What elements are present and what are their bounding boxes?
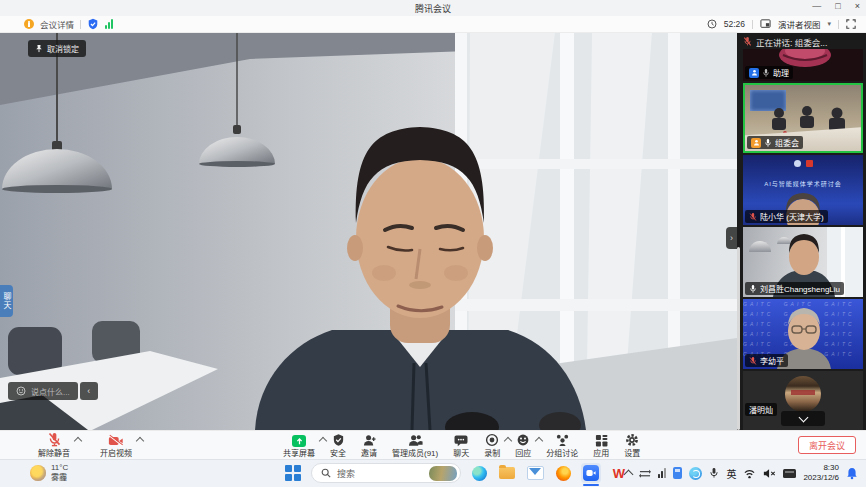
quick-chat-bar[interactable]: 说点什么... ‹ — [8, 382, 98, 400]
sidebar-collapse-handle[interactable]: › — [726, 227, 737, 249]
apps-label: 应用 — [593, 447, 609, 458]
now-speaking-label: 正在讲话: 组委会... — [756, 36, 827, 48]
edge-icon — [472, 466, 487, 481]
breakout-rooms-button[interactable]: 分组讨论 — [546, 433, 578, 458]
timer-clock-icon — [707, 19, 717, 29]
security-button[interactable]: 安全 — [330, 433, 346, 458]
search-icon — [321, 468, 331, 478]
scroll-more-participants-button[interactable] — [781, 411, 825, 426]
participant-tile[interactable]: 刘昌胜ChangshengLiu — [743, 227, 863, 297]
taskbar-search-input[interactable]: 搜索 — [311, 463, 461, 483]
mic-muted-icon — [749, 212, 757, 222]
emoji-smile-icon[interactable] — [16, 386, 26, 396]
unpin-button[interactable]: 取消锁定 — [28, 40, 86, 57]
participant-tile[interactable]: 助理 — [743, 49, 863, 81]
apps-button[interactable]: 应用 — [593, 433, 609, 458]
weather-haze-icon — [30, 465, 46, 481]
meeting-details-link[interactable]: 会议详情 — [40, 18, 74, 30]
shield-icon — [332, 433, 345, 447]
security-label: 安全 — [330, 447, 346, 458]
taskbar-app-mail[interactable] — [525, 463, 545, 483]
share-screen-icon — [292, 435, 306, 447]
reactions-options-chevron[interactable] — [535, 437, 543, 445]
cohost-role-icon — [751, 138, 761, 148]
mic-options-chevron[interactable] — [74, 437, 82, 445]
tray-mic-icon[interactable] — [709, 467, 719, 479]
collapse-chat-icon[interactable]: ‹ — [80, 382, 98, 400]
participant-tile[interactable]: AI与智能媒体学术研讨会 陆小华 (天津大学) — [743, 155, 863, 225]
taskbar-app-tencent-meeting[interactable] — [581, 463, 601, 483]
encryption-shield-icon[interactable] — [87, 18, 99, 30]
invite-button[interactable]: 邀请 — [361, 433, 377, 458]
chat-button[interactable]: 聊天 — [453, 433, 469, 458]
quick-chat-input[interactable]: 说点什么... — [31, 386, 70, 397]
record-button[interactable]: 录制 — [484, 433, 500, 458]
manage-members-label: 管理成员(91) — [392, 447, 438, 458]
taskbar-app-edge[interactable] — [469, 463, 489, 483]
participant-name: 刘昌胜ChangshengLiu — [760, 283, 840, 294]
unmute-button[interactable]: 解除静音 — [38, 433, 70, 458]
start-video-label: 开启视频 — [100, 447, 132, 458]
host-role-icon — [749, 68, 759, 78]
chevron-down-icon[interactable]: ▾ — [827, 20, 831, 28]
participant-tile-active-speaker[interactable]: 组委会 — [743, 83, 863, 153]
minimize-icon[interactable]: — — [812, 1, 821, 11]
view-mode-selector[interactable]: 演讲者视图 — [778, 18, 821, 30]
record-label: 录制 — [484, 447, 500, 458]
maximize-icon[interactable]: □ — [835, 1, 840, 11]
unmute-label: 解除静音 — [38, 447, 70, 458]
breakout-group-icon — [555, 433, 570, 447]
taskbar-app-firefox[interactable] — [553, 463, 573, 483]
reactions-button[interactable]: 回应 — [515, 433, 531, 458]
participant-tile[interactable]: GAITC GAITC GAITC GAITC GAITC GAITC GAIT… — [743, 299, 863, 369]
manage-members-button[interactable]: 管理成员(91) — [392, 433, 438, 458]
weather-widget[interactable]: 11°C 雾霾 — [30, 463, 68, 483]
antivirus-shield-icon[interactable] — [689, 467, 702, 480]
sidebar-scrollbar[interactable] — [737, 247, 740, 430]
performance-bars-icon[interactable] — [658, 468, 666, 478]
participant-name: 潘明灿 — [749, 404, 773, 415]
settings-button[interactable]: 设置 — [624, 433, 640, 458]
taskbar-clock[interactable]: 8:30 2023/12/6 — [803, 463, 839, 483]
camera-off-icon — [108, 434, 124, 447]
sync-arrows-icon[interactable] — [639, 468, 651, 479]
hidden-icons-chevron[interactable] — [624, 470, 634, 480]
chevron-down-icon — [798, 412, 808, 422]
record-options-chevron[interactable] — [504, 437, 512, 445]
fullscreen-icon[interactable] — [846, 19, 856, 29]
wifi-icon[interactable] — [743, 468, 756, 479]
participant-name: 陆小华 (天津大学) — [760, 211, 824, 222]
network-signal-icon[interactable] — [105, 19, 113, 29]
search-highlight-thumbnail[interactable] — [429, 466, 457, 481]
layout-view-icon — [760, 19, 771, 29]
start-button[interactable] — [283, 463, 303, 483]
participant-name: 组委会 — [775, 137, 799, 148]
start-video-button[interactable]: 开启视频 — [100, 433, 132, 458]
leave-meeting-button[interactable]: 离开会议 — [798, 436, 856, 454]
record-icon — [485, 433, 499, 447]
device-tray-icon[interactable] — [783, 469, 796, 478]
notification-bell-icon[interactable] — [846, 467, 858, 480]
video-options-chevron[interactable] — [136, 437, 144, 445]
title-bar: 腾讯会议 — □ × — [0, 0, 866, 16]
participant-name: 李幼平 — [760, 355, 784, 366]
close-icon[interactable]: × — [855, 1, 860, 11]
apps-grid-icon — [595, 434, 608, 447]
reactions-label: 回应 — [515, 447, 531, 458]
divider — [80, 20, 81, 29]
share-options-chevron[interactable] — [319, 437, 327, 445]
mic-muted-icon — [749, 356, 757, 366]
mic-muted-icon — [48, 432, 61, 447]
meeting-info-bar: 会议详情 52:26 演讲者视图 ▾ — [0, 16, 866, 33]
main-speaker-video[interactable]: 取消锁定 聊天 说点什么... ‹ › — [0, 33, 737, 430]
usb-drive-icon[interactable] — [673, 467, 682, 479]
taskbar-app-explorer[interactable] — [497, 463, 517, 483]
weather-condition: 雾霾 — [51, 473, 68, 483]
chat-side-tab[interactable]: 聊天 — [0, 285, 13, 317]
share-screen-button[interactable]: 共享屏幕 — [283, 433, 315, 458]
input-language-indicator[interactable]: 英 — [726, 466, 736, 481]
now-speaking-row: 正在讲话: 组委会... — [743, 35, 863, 48]
speaker-muted-icon[interactable] — [763, 468, 776, 479]
members-icon — [408, 433, 423, 447]
participant-tile[interactable]: 潘明灿 — [743, 371, 863, 430]
